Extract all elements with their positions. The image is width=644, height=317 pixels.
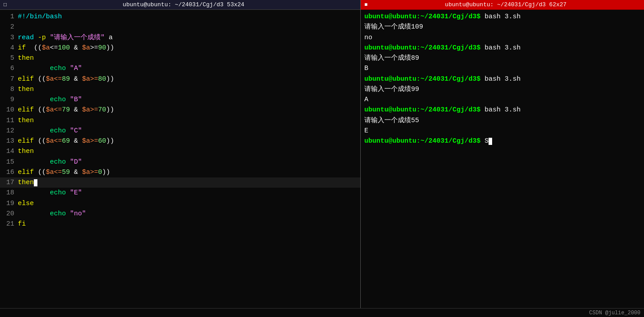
- terminal-line: E: [364, 126, 640, 136]
- terminal-line: B: [364, 63, 640, 74]
- code-line-18: 18 echo "E": [0, 188, 360, 198]
- line-content: then: [18, 84, 34, 95]
- line-content: echo "A": [18, 63, 82, 74]
- line-content: else: [18, 198, 34, 209]
- line-number: 8: [2, 84, 14, 95]
- line-number: 1: [2, 12, 14, 22]
- code-line-11: 11then: [0, 115, 360, 126]
- line-content: elif (($a<=59 & $a>=0)): [18, 167, 110, 177]
- code-line-20: 20 echo "no": [0, 209, 360, 219]
- line-number: 5: [2, 53, 14, 63]
- terminal-container: □ ubuntu@ubuntu: ~/24031/Cgj/d3 53x24 1#…: [0, 0, 644, 308]
- line-number: 17: [2, 177, 14, 188]
- right-pane: ■ ubuntu@ubuntu: ~/24031/Cgj/d3 62x27 ub…: [361, 0, 644, 308]
- line-content: echo "C": [18, 126, 82, 136]
- terminal-line: 请输入一个成绩99: [364, 84, 640, 95]
- terminal-line: no: [364, 33, 640, 43]
- terminal-line: ubuntu@ubuntu:~/24031/Cgj/d3$ bash 3.sh: [364, 74, 640, 84]
- line-number: 14: [2, 146, 14, 156]
- code-line-17: 17then: [0, 177, 360, 188]
- line-number: 7: [2, 74, 14, 84]
- line-content: echo "no": [18, 209, 86, 219]
- line-number: 16: [2, 167, 14, 177]
- line-number: 19: [2, 198, 14, 209]
- line-number: 2: [2, 22, 14, 32]
- code-line-4: 4if (($a<=100 & $a>=90)): [0, 43, 360, 53]
- line-number: 11: [2, 115, 14, 126]
- terminal-line: ubuntu@ubuntu:~/24031/Cgj/d3$ S: [364, 136, 640, 146]
- line-content: echo "B": [18, 95, 82, 105]
- left-window-icon: □: [4, 2, 7, 8]
- line-number: 13: [2, 136, 14, 146]
- code-line-9: 9 echo "B": [0, 95, 360, 105]
- code-line-13: 13elif (($a<=69 & $a>=60)): [0, 136, 360, 146]
- line-content: if (($a<=100 & $a>=90)): [18, 43, 114, 53]
- right-title-bar: ■ ubuntu@ubuntu: ~/24031/Cgj/d3 62x27: [361, 0, 644, 10]
- line-number: 10: [2, 105, 14, 115]
- line-number: 6: [2, 63, 14, 74]
- line-number: 18: [2, 188, 14, 198]
- code-line-1: 1#!/bin/bash: [0, 12, 360, 22]
- line-content: elif (($a<=89 & $a>=80)): [18, 74, 114, 84]
- terminal-output[interactable]: ubuntu@ubuntu:~/24031/Cgj/d3$ bash 3.sh请…: [361, 10, 644, 308]
- left-pane: □ ubuntu@ubuntu: ~/24031/Cgj/d3 53x24 1#…: [0, 0, 361, 308]
- code-line-15: 15 echo "D": [0, 157, 360, 167]
- code-line-3: 3read -p "请输入一个成绩" a: [0, 33, 360, 43]
- code-line-19: 19else: [0, 198, 360, 209]
- line-number: 12: [2, 126, 14, 136]
- right-window-icon: ■: [364, 2, 367, 8]
- code-line-8: 8then: [0, 84, 360, 95]
- terminal-line: ubuntu@ubuntu:~/24031/Cgj/d3$ bash 3.sh: [364, 43, 640, 53]
- line-content: fi: [18, 219, 26, 229]
- left-title-bar: □ ubuntu@ubuntu: ~/24031/Cgj/d3 53x24: [0, 0, 360, 10]
- line-content: elif (($a<=79 & $a>=70)): [18, 105, 114, 115]
- attribution: CSDN @julie_2000: [589, 310, 640, 316]
- bottom-bar: CSDN @julie_2000: [0, 308, 644, 317]
- right-title-text: ubuntu@ubuntu: ~/24031/Cgj/d3 62x27: [371, 1, 640, 8]
- code-area[interactable]: 1#!/bin/bash23read -p "请输入一个成绩" a4if (($…: [0, 10, 360, 308]
- code-line-7: 7elif (($a<=89 & $a>=80)): [0, 74, 360, 84]
- line-content: elif (($a<=69 & $a>=60)): [18, 136, 114, 146]
- terminal-line: A: [364, 95, 640, 105]
- code-line-14: 14then: [0, 146, 360, 156]
- terminal-line: 请输入一个成绩55: [364, 115, 640, 126]
- terminal-line: ubuntu@ubuntu:~/24031/Cgj/d3$ bash 3.sh: [364, 105, 640, 115]
- left-title-text: ubuntu@ubuntu: ~/24031/Cgj/d3 53x24: [10, 1, 357, 8]
- terminal-line: ubuntu@ubuntu:~/24031/Cgj/d3$ bash 3.sh: [364, 12, 640, 22]
- code-line-6: 6 echo "A": [0, 63, 360, 74]
- code-line-16: 16elif (($a<=59 & $a>=0)): [0, 167, 360, 177]
- code-line-5: 5then: [0, 53, 360, 63]
- line-content: echo "D": [18, 157, 82, 167]
- line-number: 4: [2, 43, 14, 53]
- line-number: 21: [2, 219, 14, 229]
- line-number: 15: [2, 157, 14, 167]
- code-line-10: 10elif (($a<=79 & $a>=70)): [0, 105, 360, 115]
- terminal-line: 请输入一个成绩109: [364, 22, 640, 32]
- line-content: #!/bin/bash: [18, 12, 62, 22]
- line-number: 9: [2, 95, 14, 105]
- line-content: then: [18, 177, 37, 188]
- line-number: 3: [2, 33, 14, 43]
- code-line-12: 12 echo "C": [0, 126, 360, 136]
- line-content: read -p "请输入一个成绩" a: [18, 33, 113, 43]
- line-content: echo "E": [18, 188, 82, 198]
- line-content: then: [18, 146, 34, 156]
- terminal-line: 请输入一个成绩89: [364, 53, 640, 63]
- line-content: then: [18, 53, 34, 63]
- line-number: 20: [2, 209, 14, 219]
- code-line-21: 21fi: [0, 219, 360, 229]
- code-line-2: 2: [0, 22, 360, 32]
- line-content: then: [18, 115, 34, 126]
